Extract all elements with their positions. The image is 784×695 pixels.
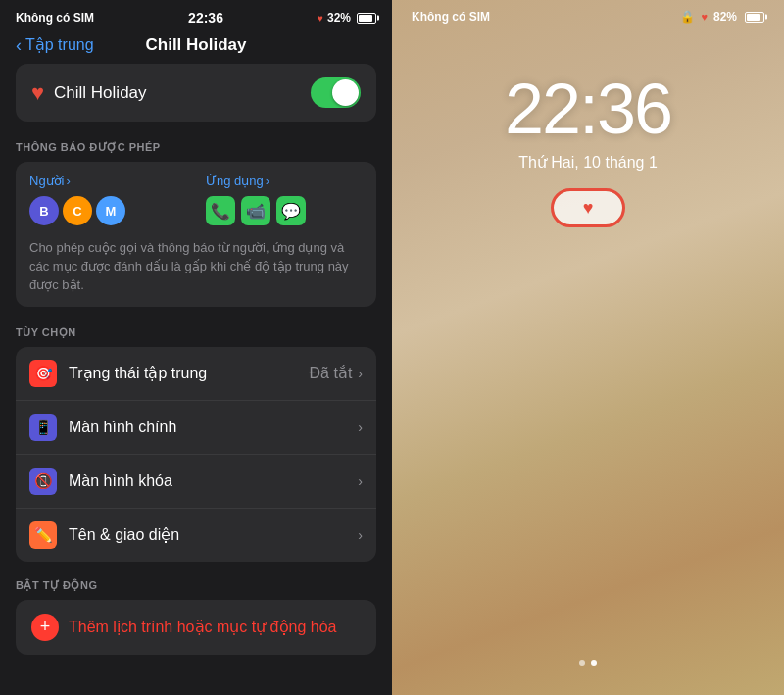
battery-area: ♥ 32%	[318, 11, 376, 25]
lock-date: Thứ Hai, 10 tháng 1	[518, 153, 658, 172]
back-label: Tập trung	[25, 35, 94, 54]
carrier-label: Không có SIM	[16, 11, 94, 25]
facetime-app-icon: 📹	[241, 196, 270, 225]
nav-bar: ‹ Tập trung Chill Holiday	[0, 31, 392, 64]
apps-label[interactable]: Ứng dụng ›	[206, 174, 363, 188]
lock-battery-icon	[745, 12, 764, 23]
add-automation-button[interactable]: + Thêm lịch trình hoặc mục tự động hóa	[16, 600, 376, 655]
lock-screen-label: Màn hình khóa	[69, 472, 358, 490]
battery-pct-label: 32%	[327, 11, 351, 25]
people-avatars: B C M	[29, 196, 186, 225]
theme-chevron-icon: ›	[358, 527, 363, 543]
toggle-knob	[332, 79, 359, 106]
home-screen-icon: 📱	[29, 414, 57, 441]
lock-screen-panel: Không có SIM 🔒 ♥ 82% 22:36 Thứ Hai, 10 t…	[392, 0, 784, 695]
lock-battery-pct: 82%	[713, 10, 737, 24]
page-dot-2	[591, 660, 597, 666]
focus-status-icon: 🎯	[29, 360, 57, 387]
back-button[interactable]: ‹ Tập trung	[16, 35, 94, 54]
options-section: 🎯 Trạng thái tập trung Đã tắt › 📱 Màn hì…	[16, 347, 376, 562]
lock-screen-background: Không có SIM 🔒 ♥ 82% 22:36 Thứ Hai, 10 t…	[392, 0, 784, 695]
allowed-section-header: THÔNG BÁO ĐƯỢC PHÉP	[0, 141, 392, 162]
focus-status-chevron-icon: ›	[358, 366, 363, 381]
focus-name: ♥ Chill Holiday	[31, 80, 147, 106]
lock-focus-heart-icon: ♥	[583, 198, 594, 219]
avatar-b: B	[29, 196, 59, 225]
messages-app-icon: 💬	[276, 196, 306, 225]
focus-status-label: Trạng thái tập trung	[69, 364, 310, 382]
lock-heart-icon: ♥	[701, 11, 708, 23]
heart-battery-icon: ♥	[318, 13, 323, 24]
home-screen-label: Màn hình chính	[69, 419, 358, 436]
phone-app-icon: 📞	[206, 196, 235, 225]
focus-status-option[interactable]: 🎯 Trạng thái tập trung Đã tắt ›	[16, 347, 376, 400]
heart-focus-icon: ♥	[31, 80, 44, 106]
people-label[interactable]: Người ›	[29, 174, 186, 188]
allowed-notifications-card: Người › B C M Ứng dụng › 📞 📹 💬	[16, 162, 376, 307]
lock-screen-option[interactable]: 📵 Màn hình khóa ›	[16, 454, 376, 508]
battery-icon	[357, 13, 376, 24]
home-screen-chevron-icon: ›	[358, 420, 363, 435]
focus-name-label: Chill Holiday	[54, 83, 146, 103]
options-section-header: TÙY CHỌN	[0, 326, 392, 347]
lock-screen-chevron-icon: ›	[358, 473, 363, 489]
focus-toggle-row: ♥ Chill Holiday	[16, 64, 376, 122]
page-dot-1	[579, 660, 585, 666]
lock-status-bar: Không có SIM 🔒 ♥ 82%	[392, 0, 784, 29]
allowed-description: Cho phép cuộc gọi và thông báo từ người,…	[29, 239, 363, 295]
focus-status-value: Đã tắt	[310, 364, 353, 382]
theme-label: Tên & giao diện	[69, 525, 358, 544]
add-icon: +	[31, 614, 59, 641]
lock-time: 22:36	[505, 69, 671, 149]
theme-icon: ✏️	[29, 521, 57, 549]
people-col: Người › B C M	[29, 174, 186, 229]
lock-screen-icon: 📵	[29, 468, 57, 495]
home-screen-option[interactable]: 📱 Màn hình chính ›	[16, 400, 376, 454]
auto-section-header: BẬT TỰ ĐỘNG	[0, 566, 392, 600]
time-label: 22:36	[188, 10, 223, 25]
lock-focus-widget[interactable]: ♥	[554, 191, 622, 224]
apps-col: Ứng dụng › 📞 📹 💬	[206, 174, 363, 229]
apps-icons: 📞 📹 💬	[206, 196, 363, 225]
settings-panel: Không có SIM 22:36 ♥ 32% ‹ Tập trung Chi…	[0, 0, 392, 695]
lock-page-dots	[579, 660, 597, 666]
lock-icon: 🔒	[680, 10, 695, 24]
theme-option[interactable]: ✏️ Tên & giao diện ›	[16, 508, 376, 562]
avatar-c: C	[63, 196, 92, 225]
back-chevron-icon: ‹	[16, 36, 22, 54]
nav-title: Chill Holiday	[146, 35, 247, 55]
status-bar: Không có SIM 22:36 ♥ 32%	[0, 0, 392, 31]
lock-carrier-label: Không có SIM	[412, 10, 490, 24]
add-automation-label: Thêm lịch trình hoặc mục tự động hóa	[69, 618, 336, 636]
avatar-m: M	[96, 196, 125, 225]
lock-icons: 🔒 ♥ 82%	[680, 10, 764, 24]
allowed-row: Người › B C M Ứng dụng › 📞 📹 💬	[29, 174, 363, 229]
focus-toggle-switch[interactable]	[311, 77, 361, 108]
